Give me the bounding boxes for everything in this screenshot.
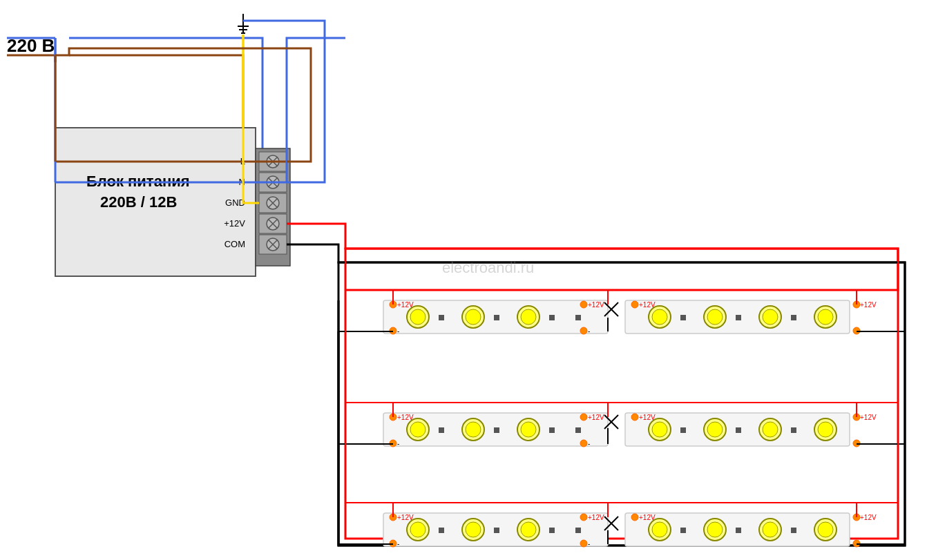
svg-point-124: [763, 522, 778, 537]
svg-rect-77: [494, 427, 499, 433]
led1-plus-mid2: +12V: [639, 301, 656, 309]
svg-point-110: [410, 522, 426, 537]
svg-rect-37: [494, 315, 499, 320]
svg-point-53: [631, 301, 638, 308]
svg-point-93: [631, 414, 638, 421]
terminal-COM: COM: [224, 239, 245, 249]
svg-rect-49: [736, 315, 741, 320]
svg-point-33: [466, 309, 481, 325]
svg-point-135: [580, 540, 587, 547]
led3-plus-mid1: +12V: [588, 514, 604, 521]
svg-rect-118: [575, 528, 581, 533]
svg-point-87: [818, 422, 833, 437]
svg-point-114: [521, 522, 536, 537]
svg-rect-76: [439, 427, 444, 433]
svg-rect-90: [791, 427, 796, 433]
led3-plus-right: +12V: [860, 514, 877, 521]
led1-minus-mid: -: [588, 327, 590, 335]
svg-rect-79: [575, 427, 581, 433]
led3-plus-left: +12V: [397, 514, 414, 521]
svg-point-92: [580, 414, 587, 421]
svg-rect-50: [791, 315, 796, 320]
svg-point-81: [652, 422, 667, 437]
svg-point-45: [763, 309, 778, 325]
svg-rect-36: [439, 315, 444, 320]
svg-rect-115: [439, 528, 444, 533]
svg-rect-88: [680, 427, 686, 433]
led1-plus-left: +12V: [397, 301, 414, 309]
svg-rect-39: [575, 315, 581, 320]
svg-point-132: [631, 514, 638, 521]
wiring-diagram: 220 В Блок питания 220В / 12В L N GND +1…: [0, 0, 927, 560]
svg-point-56: [580, 327, 587, 334]
svg-rect-89: [736, 427, 741, 433]
watermark: electroandi.ru: [442, 259, 534, 276]
svg-rect-78: [549, 427, 555, 433]
svg-point-73: [466, 422, 481, 437]
svg-point-83: [707, 422, 723, 437]
svg-point-120: [652, 522, 667, 537]
svg-point-75: [521, 422, 536, 437]
svg-point-35: [521, 309, 536, 325]
led2-plus-right: +12V: [860, 414, 877, 421]
svg-point-131: [580, 514, 587, 521]
svg-point-122: [707, 522, 723, 537]
svg-rect-129: [791, 528, 796, 533]
led3-minus-mid: -: [588, 540, 590, 548]
svg-rect-116: [494, 528, 499, 533]
svg-point-126: [818, 522, 833, 537]
svg-rect-127: [680, 528, 686, 533]
svg-point-112: [466, 522, 481, 537]
led2-plus-left: +12V: [397, 414, 414, 421]
svg-point-41: [652, 309, 667, 325]
led2-plus-mid2: +12V: [639, 414, 656, 421]
psu-label-2: 220В / 12В: [100, 193, 177, 211]
svg-point-47: [818, 309, 833, 325]
svg-point-71: [410, 422, 426, 437]
svg-point-43: [707, 309, 723, 325]
svg-rect-48: [680, 315, 686, 320]
svg-point-52: [580, 301, 587, 308]
led3-minus-left: -: [397, 540, 399, 548]
terminal-12V: +12V: [224, 218, 245, 229]
led2-plus-mid1: +12V: [588, 414, 604, 421]
led2-minus-left: -: [397, 440, 399, 447]
svg-rect-38: [549, 315, 555, 320]
svg-point-31: [410, 309, 426, 325]
led2-minus-mid: -: [588, 440, 590, 447]
svg-rect-128: [736, 528, 741, 533]
svg-point-96: [580, 440, 587, 447]
led1-plus-mid1: +12V: [588, 301, 604, 309]
led1-minus-left: -: [397, 327, 399, 335]
led3-plus-mid2: +12V: [639, 514, 656, 521]
svg-point-85: [763, 422, 778, 437]
led1-plus-right: +12V: [860, 301, 877, 309]
svg-rect-117: [549, 528, 555, 533]
svg-rect-0: [0, 0, 927, 560]
